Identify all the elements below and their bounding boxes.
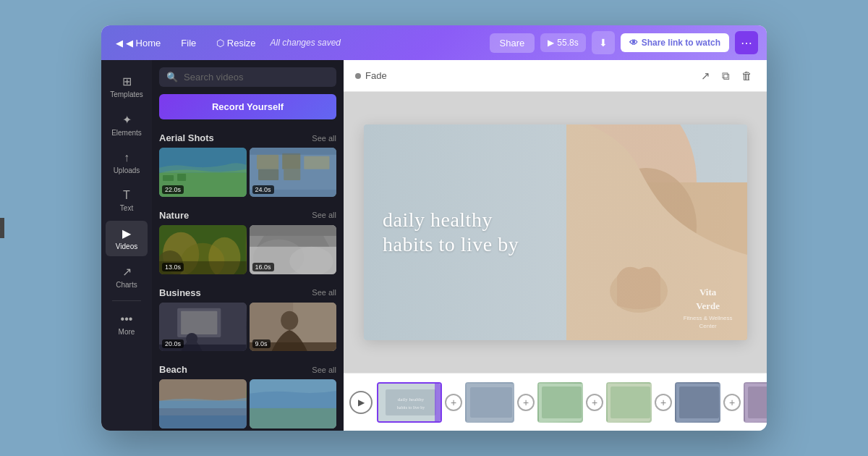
search-box[interactable]: 🔍 [159, 67, 336, 87]
text-icon: T [123, 189, 130, 202]
svg-rect-10 [250, 148, 337, 155]
search-input[interactable] [184, 72, 329, 83]
sidebar: ⊞ Templates ✦ Elements ↑ Uploads T Text … [101, 60, 152, 431]
slide-text-line1: daily healthy [383, 208, 519, 232]
beach-see-all[interactable]: See all [312, 366, 336, 374]
svg-text:habits to live by: habits to live by [397, 405, 425, 410]
sidebar-item-videos[interactable]: ▶ Videos [106, 221, 148, 256]
download-icon: ⬇ [599, 37, 608, 48]
clip-resize-handle[interactable] [435, 384, 441, 421]
timeline-clip-4[interactable] [606, 382, 652, 423]
business-video-2[interactable]: 9.0s [250, 303, 337, 352]
file-menu[interactable]: File [175, 35, 202, 51]
duplicate-icon: ⧉ [722, 69, 730, 82]
sidebar-item-more[interactable]: ••• More [106, 307, 148, 342]
download-button[interactable]: ⬇ [592, 31, 615, 54]
nature-header: Nature See all [152, 204, 344, 225]
videos-panel: 🔍 Record Yourself Aerial Shots See all [152, 60, 344, 431]
timeline-play-button[interactable]: ▶ [349, 391, 373, 414]
svg-rect-3 [177, 174, 186, 181]
record-yourself-button[interactable]: Record Yourself [159, 94, 336, 119]
top-bar: ◀ ◀ Home File ⬡ Resize All changes saved… [101, 25, 767, 60]
eye-icon: 👁 [629, 38, 638, 48]
home-button[interactable]: ◀ ◀ Home [110, 35, 166, 51]
svg-rect-52 [610, 387, 650, 418]
brand-subtitle: Fitness & Wellness Center [684, 314, 733, 330]
more-label: More [119, 328, 135, 336]
slide-brand: Vita Verde Fitness & Wellness Center [684, 286, 733, 330]
transition-label[interactable]: Fade [355, 70, 387, 81]
search-icon: 🔍 [166, 72, 178, 83]
templates-label: Templates [110, 90, 143, 98]
business-see-all[interactable]: See all [312, 288, 336, 297]
nature-2-duration: 16.0s [252, 263, 274, 271]
aerial-shots-title: Aerial Shots [159, 132, 214, 143]
svg-rect-25 [181, 311, 217, 334]
timeline-play-icon: ▶ [358, 397, 365, 408]
add-clip-button-2[interactable]: + [517, 394, 535, 411]
aerial-video-1[interactable]: 22.0s [159, 148, 247, 197]
timeline-clip-1[interactable]: daily healthy habits to live by [377, 382, 442, 423]
beach-title: Beach [159, 364, 187, 375]
svg-rect-5 [257, 155, 278, 169]
add-clip-button-5[interactable]: + [723, 394, 741, 411]
aerial-see-all[interactable]: See all [312, 134, 336, 143]
canvas-main: daily healthy habits to live by Vita Ver… [344, 92, 767, 373]
sidebar-item-charts[interactable]: ↗ Charts [106, 259, 148, 295]
transition-name: Fade [365, 70, 387, 81]
nature-video-2[interactable]: 16.0s [250, 225, 337, 274]
charts-icon: ↗ [122, 265, 132, 279]
beach-header: Beach See all [152, 358, 344, 379]
business-grid: 20.0s 9.0s [152, 303, 344, 359]
share-link-label: Share link to watch [642, 38, 720, 48]
more-options-button[interactable]: ⋯ [735, 31, 758, 54]
beach-video-2[interactable] [250, 379, 337, 428]
business-2-duration: 9.0s [252, 339, 271, 348]
more-sidebar-icon: ••• [121, 313, 133, 326]
svg-rect-48 [470, 387, 512, 418]
canvas-slide[interactable]: daily healthy habits to live by Vita Ver… [364, 124, 747, 340]
nature-grid: 13.0s 16.0s [152, 225, 344, 282]
svg-text:daily healthy: daily healthy [398, 397, 425, 402]
nature-video-1[interactable]: 13.0s [159, 225, 247, 274]
nature-see-all[interactable]: See all [312, 211, 336, 219]
resize-button[interactable]: ⬡ Resize [210, 35, 261, 51]
aerial-video-2[interactable]: 24.0s [250, 148, 337, 197]
sidebar-item-elements[interactable]: ✦ Elements [106, 107, 148, 143]
sidebar-item-uploads[interactable]: ↑ Uploads [106, 145, 148, 180]
canvas-toolbar: Fade ↗ ⧉ 🗑 [344, 60, 767, 92]
videos-icon: ▶ [122, 227, 131, 240]
aerial-shots-grid: 22.0s 24.0s [152, 148, 344, 204]
panel-search-area: 🔍 [152, 60, 344, 94]
timeline-clips: daily healthy habits to live by + + [377, 382, 767, 423]
back-icon: ◀ [116, 38, 123, 48]
add-clip-button-1[interactable]: + [445, 394, 462, 411]
timeline-clip-6[interactable] [744, 382, 767, 423]
timeline-clip-3[interactable] [537, 382, 583, 423]
aerial-1-duration: 22.0s [162, 185, 184, 194]
export-button[interactable]: ↗ [698, 67, 713, 85]
sidebar-item-text[interactable]: T Text [106, 183, 148, 218]
timeline-clip-5[interactable] [675, 382, 720, 423]
business-header: Business See all [152, 282, 344, 303]
svg-rect-8 [258, 169, 278, 180]
uploads-label: Uploads [114, 166, 140, 174]
beach-video-1[interactable] [159, 379, 247, 428]
elements-icon: ✦ [122, 113, 132, 127]
top-bar-left: ◀ ◀ Home File ⬡ Resize All changes saved [110, 35, 484, 51]
duplicate-button[interactable]: ⧉ [719, 67, 733, 85]
add-clip-button-4[interactable]: + [655, 394, 672, 411]
timeline-clip-2[interactable] [465, 382, 514, 423]
play-duration-button[interactable]: ▶ 55.8s [540, 33, 585, 52]
add-clip-button-3[interactable]: + [586, 394, 603, 411]
delete-button[interactable]: 🗑 [739, 67, 755, 85]
top-bar-right: Share ▶ 55.8s ⬇ 👁 Share link to watch ⋯ [490, 31, 758, 54]
share-link-button[interactable]: 👁 Share link to watch [621, 33, 729, 52]
resize-label: ⬡ Resize [216, 38, 255, 48]
business-title: Business [159, 287, 201, 298]
share-button[interactable]: Share [490, 33, 535, 53]
aerial-shots-header: Aerial Shots See all [152, 127, 344, 148]
sidebar-item-templates[interactable]: ⊞ Templates [106, 69, 148, 104]
transition-dot [355, 73, 361, 79]
business-video-1[interactable]: 20.0s [159, 303, 247, 352]
